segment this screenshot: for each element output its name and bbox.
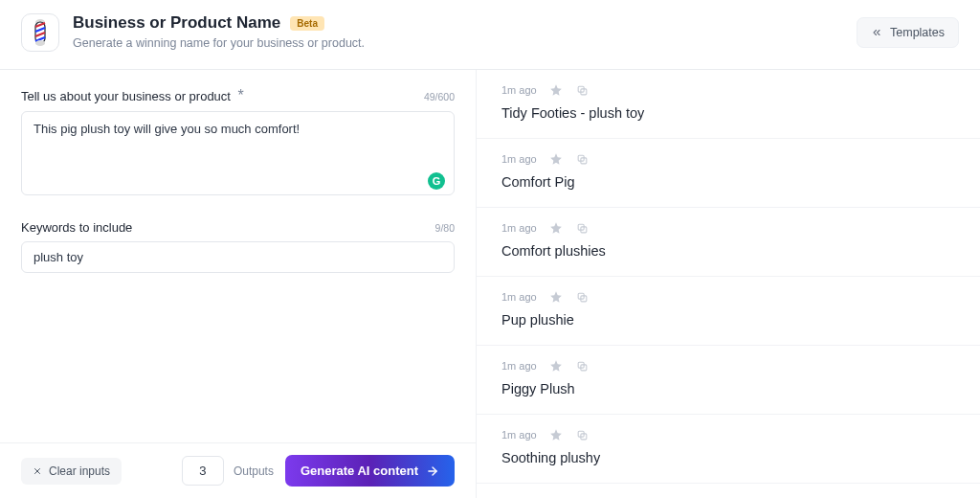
star-icon[interactable] [548, 82, 564, 98]
grammarly-icon[interactable]: G [428, 172, 445, 190]
result-age: 1m ago [501, 360, 537, 372]
page-root: Business or Product Name Beta Generate a… [0, 0, 980, 498]
result-meta: 1m ago [501, 289, 955, 305]
result-title: Soothing plushy [501, 450, 955, 465]
result-meta: 1m ago [501, 427, 955, 442]
results-list: 1m agoTidy Footies - plush toy1m agoComf… [477, 70, 980, 484]
business-textarea[interactable] [21, 111, 455, 195]
header-left: Business or Product Name Beta Generate a… [21, 13, 365, 52]
outputs-wrap: Outputs [182, 456, 274, 486]
result-age: 1m ago [501, 153, 537, 165]
form-area: Tell us about your business or product *… [0, 70, 476, 442]
result-age: 1m ago [501, 429, 537, 441]
barber-pole-icon [31, 19, 50, 46]
result-card[interactable]: 1m agoComfort Pig [477, 139, 980, 208]
star-icon[interactable] [548, 427, 564, 442]
copy-icon[interactable] [575, 82, 590, 98]
page-title: Business or Product Name [73, 13, 280, 33]
left-panel: Tell us about your business or product *… [0, 70, 477, 498]
keywords-label: Keywords to include [21, 220, 132, 235]
templates-button[interactable]: Templates [857, 17, 959, 48]
result-meta: 1m ago [501, 220, 955, 236]
title-row: Business or Product Name Beta [73, 13, 365, 33]
business-label-wrap: Tell us about your business or product * [21, 87, 244, 104]
result-card[interactable]: 1m agoSoothing plushy [477, 415, 980, 484]
star-icon[interactable] [548, 289, 564, 305]
result-age: 1m ago [501, 84, 537, 96]
keywords-label-row: Keywords to include 9/80 [21, 220, 455, 235]
result-meta: 1m ago [501, 358, 955, 374]
svg-point-2 [35, 40, 45, 46]
business-field: Tell us about your business or product *… [21, 87, 455, 199]
required-mark: * [237, 87, 243, 103]
copy-icon[interactable] [575, 358, 590, 374]
action-bar: Clear inputs Outputs Generate AI content [0, 442, 476, 498]
chevrons-left-icon [871, 27, 882, 38]
result-title: Pup plushie [501, 312, 955, 328]
clear-inputs-button[interactable]: Clear inputs [21, 458, 122, 485]
result-card[interactable]: 1m agoTidy Footies - plush toy [477, 70, 980, 139]
result-card[interactable]: 1m agoComfort plushies [477, 208, 980, 277]
generate-label: Generate AI content [301, 464, 418, 478]
page-subtitle: Generate a winning name for your busines… [73, 36, 365, 50]
business-label-row: Tell us about your business or product *… [21, 87, 455, 104]
keywords-counter: 9/80 [435, 222, 455, 234]
business-counter: 49/600 [424, 91, 455, 102]
star-icon[interactable] [548, 220, 564, 236]
copy-icon[interactable] [575, 289, 590, 305]
result-meta: 1m ago [501, 82, 955, 98]
result-title: Piggy Plush [501, 381, 955, 396]
copy-icon[interactable] [575, 220, 590, 236]
app-icon-wrap [21, 13, 59, 52]
page-header: Business or Product Name Beta Generate a… [0, 0, 980, 70]
beta-badge: Beta [290, 16, 324, 31]
business-label: Tell us about your business or product [21, 89, 231, 103]
star-icon[interactable] [548, 151, 564, 167]
copy-icon[interactable] [575, 151, 590, 167]
result-title: Tidy Footies - plush toy [501, 105, 955, 121]
result-age: 1m ago [501, 222, 537, 234]
result-title: Comfort Pig [501, 174, 955, 190]
business-textarea-wrap: G [21, 111, 455, 199]
star-icon[interactable] [548, 358, 564, 374]
x-icon [33, 466, 42, 476]
generate-button[interactable]: Generate AI content [285, 455, 455, 487]
result-meta: 1m ago [501, 151, 955, 167]
keywords-field: Keywords to include 9/80 [21, 220, 455, 273]
keywords-input[interactable] [21, 241, 455, 273]
arrow-right-icon [426, 464, 439, 478]
result-age: 1m ago [501, 291, 537, 303]
templates-label: Templates [890, 26, 945, 39]
results-panel[interactable]: 1m agoTidy Footies - plush toy1m agoComf… [477, 70, 980, 498]
result-card[interactable]: 1m agoPiggy Plush [477, 346, 980, 415]
result-title: Comfort plushies [501, 243, 955, 259]
copy-icon[interactable] [575, 427, 590, 442]
outputs-label: Outputs [234, 464, 274, 478]
outputs-count-input[interactable] [182, 456, 224, 486]
header-text: Business or Product Name Beta Generate a… [73, 13, 365, 50]
result-card[interactable]: 1m agoPup plushie [477, 277, 980, 346]
clear-inputs-label: Clear inputs [49, 464, 110, 478]
body: Tell us about your business or product *… [0, 70, 980, 498]
right-actions: Outputs Generate AI content [182, 455, 455, 487]
